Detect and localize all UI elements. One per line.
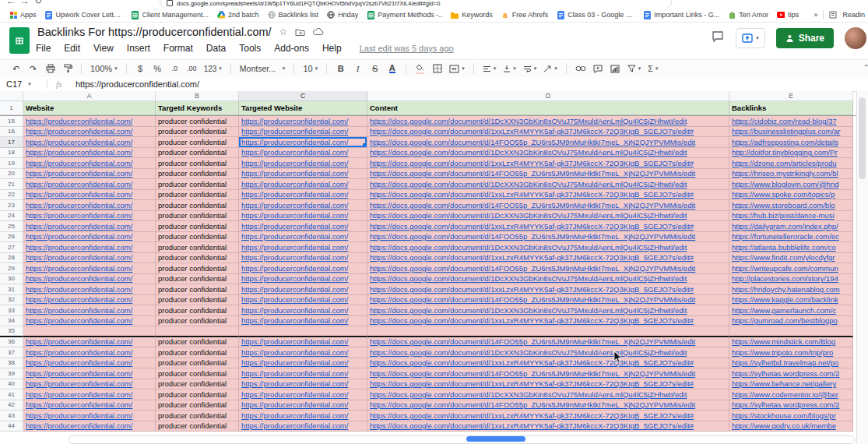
cell-A24[interactable]: https://producerconfidential.com/	[23, 211, 156, 222]
cell-C34[interactable]: https://producerconfidential.com/	[239, 316, 367, 327]
cell-D16[interactable]: https://docs.google.com/document/d/1xxLz…	[367, 127, 729, 138]
horizontal-align-icon[interactable]: ▾	[483, 65, 497, 72]
redo-icon[interactable]: ↷	[28, 62, 38, 75]
cell-B27[interactable]: producer confidential	[156, 242, 239, 253]
number-format-menu[interactable]: 123▾	[204, 65, 222, 73]
cell-C32[interactable]: https://producerconfidential.com/	[239, 295, 367, 306]
cell-B43[interactable]: producer confidential	[156, 411, 239, 421]
cell-E44[interactable]: https://www.godry.co.uk/membe	[729, 421, 853, 432]
cell-B37[interactable]: producer confidential	[156, 347, 239, 358]
cell-D22[interactable]: https://docs.google.com/document/d/1xxLz…	[367, 190, 729, 201]
cell-D28[interactable]: https://docs.google.com/document/d/1xxLz…	[367, 253, 729, 264]
cell-B26[interactable]: producer confidential	[156, 232, 239, 243]
cell-C20[interactable]: https://producerconfidential.com/	[239, 169, 367, 180]
menu-addons[interactable]: Add-ons	[274, 43, 309, 54]
row-header-28[interactable]: 28	[0, 253, 23, 264]
cell-D43[interactable]: https://docs.google.com/document/d/1xxLz…	[367, 411, 729, 421]
cell-E28[interactable]: https://www.findit.com/ylocdyfgr	[729, 253, 853, 264]
cell-E24[interactable]: https://hub.biz/post/dance-musi	[729, 211, 853, 222]
cell-C26[interactable]: https://producerconfidential.com/	[239, 232, 367, 243]
row-header-44[interactable]: 44	[0, 421, 23, 432]
cell-B38[interactable]: producer confidential	[156, 358, 239, 369]
cell-A31[interactable]: https://producerconfidential.com/	[23, 284, 156, 295]
cell-D32[interactable]: https://docs.google.com/document/d/14FOO…	[367, 295, 729, 306]
cell-D36[interactable]: https://docs.google.com/document/d/14FOO…	[367, 337, 729, 348]
user-avatar[interactable]	[845, 27, 866, 49]
cell-A42[interactable]: https://producerconfidential.com/	[23, 400, 156, 411]
cell-A41[interactable]: https://producerconfidential.com/	[23, 389, 156, 400]
cell-C41[interactable]: https://producerconfidential.com/	[239, 389, 367, 400]
cell-B17[interactable]: producer confidential	[156, 137, 239, 148]
cell-D30[interactable]: https://docs.google.com/document/d/1DcXX…	[367, 274, 729, 285]
cell-E38[interactable]: https://sylhetbd.travelmap.net/po	[729, 358, 853, 369]
cell-B28[interactable]: producer confidential	[156, 253, 239, 264]
cell-A15[interactable]: https://producerconfidential.com/	[23, 116, 156, 127]
font-select[interactable]: Montser...▾	[240, 64, 286, 73]
document-title[interactable]: Backlinks For https://producerconfidenti…	[37, 26, 272, 38]
cell-C15[interactable]: https://producerconfidential.com/	[239, 116, 367, 127]
cell-E27[interactable]: https://atlanta.bubblelife.com/co	[729, 242, 853, 253]
cell-E40[interactable]: https://www.behance.net/gallery	[729, 379, 853, 390]
column-header-C[interactable]: C	[239, 91, 367, 101]
row-header-16[interactable]: 16	[0, 127, 23, 138]
cell-D15[interactable]: https://docs.google.com/document/d/1DcXX…	[367, 116, 729, 127]
text-color-icon[interactable]: A	[387, 62, 397, 75]
cell-A28[interactable]: https://producerconfidential.com/	[23, 253, 156, 264]
cell-D37[interactable]: https://docs.google.com/document/d/1DcXX…	[367, 347, 729, 358]
vertical-scrollbar[interactable]	[856, 91, 868, 444]
header-cell-A1[interactable]: Website	[23, 101, 156, 115]
header-cell-E1[interactable]: Backlinks	[729, 101, 853, 115]
cell-A26[interactable]: https://producerconfidential.com/	[23, 232, 156, 243]
menu-insert[interactable]: Insert	[127, 43, 150, 54]
bookmark-item[interactable]: Payment Methods -..	[367, 11, 442, 19]
back-icon[interactable]: ←	[6, 0, 16, 6]
column-header-E[interactable]: E	[729, 91, 853, 101]
format-currency-icon[interactable]: $	[135, 62, 146, 75]
cell-A38[interactable]: https://producerconfidential.com/	[23, 358, 156, 369]
cell-C43[interactable]: https://producerconfidential.com/	[239, 411, 367, 421]
cell-D31[interactable]: https://docs.google.com/document/d/1xxLz…	[367, 284, 729, 295]
row-header-33[interactable]: 33	[0, 305, 23, 316]
cell-D44[interactable]: https://docs.google.com/document/d/1xxLz…	[367, 421, 729, 432]
cell-B19[interactable]: producer confidential	[156, 158, 239, 169]
comment-history-icon[interactable]	[712, 30, 725, 46]
cell-B36[interactable]: producer confidential	[156, 337, 239, 348]
cell-B21[interactable]: producer confidential	[156, 179, 239, 190]
cell-E43[interactable]: https://stockhouse.com/blogs/pr	[729, 411, 853, 421]
cell-B16[interactable]: producer confidential	[156, 127, 239, 138]
row-header-41[interactable]: 41	[0, 389, 23, 400]
bookmark-item[interactable]: Keywords	[451, 11, 493, 19]
header-cell-C1[interactable]: Targeted Website	[239, 101, 367, 115]
print-icon[interactable]	[45, 62, 55, 75]
bookmark-item[interactable]: Client Management...	[132, 11, 209, 19]
move-folder-icon[interactable]	[295, 28, 305, 37]
row-header-31[interactable]: 31	[0, 284, 23, 295]
row-header-29[interactable]: 29	[0, 263, 23, 274]
cell-C29[interactable]: https://producerconfidential.com/	[239, 263, 367, 274]
row-header-20[interactable]: 20	[0, 169, 23, 180]
cell-B15[interactable]: producer confidential	[156, 116, 239, 127]
cell-A22[interactable]: https://producerconfidential.com/	[23, 190, 156, 201]
row-header-22[interactable]: 22	[0, 190, 23, 201]
cell-D29[interactable]: https://docs.google.com/document/d/14FOO…	[367, 263, 729, 274]
cell-D33[interactable]: https://docs.google.com/document/d/1DcXX…	[367, 305, 729, 316]
cell-B33[interactable]: producer confidential	[156, 305, 239, 316]
cell-A40[interactable]: https://producerconfidential.com/	[23, 379, 156, 390]
horizontal-scrollbar[interactable]	[69, 435, 855, 444]
borders-icon[interactable]	[432, 62, 442, 75]
cell-E26[interactable]: https://fortunetelleroracle.com/ec	[729, 232, 853, 243]
cell-A23[interactable]: https://producerconfidential.com/	[23, 200, 156, 211]
cell-A39[interactable]: https://producerconfidential.com/	[23, 368, 156, 379]
cell-A16[interactable]: https://producerconfidential.com/	[23, 127, 156, 138]
vertical-align-icon[interactable]: ▾	[503, 65, 516, 72]
grid-corner[interactable]	[0, 91, 23, 101]
cell-A34[interactable]: https://producerconfidential.com/	[23, 316, 156, 327]
cell-E23[interactable]: https://www.storeboard.com/blo	[729, 200, 853, 211]
cell-C23[interactable]: https://producerconfidential.com/	[239, 200, 367, 211]
menu-help[interactable]: Help	[322, 43, 342, 54]
cell-E34[interactable]: https://gumroad.com/bestblogpo	[729, 316, 853, 327]
undo-icon[interactable]: ↶	[11, 62, 21, 75]
cell-B18[interactable]: producer confidential	[156, 148, 239, 159]
cell-E20[interactable]: https://hriseo.mystrikingly.com/bl	[729, 169, 853, 180]
column-header-A[interactable]: A	[23, 91, 156, 101]
